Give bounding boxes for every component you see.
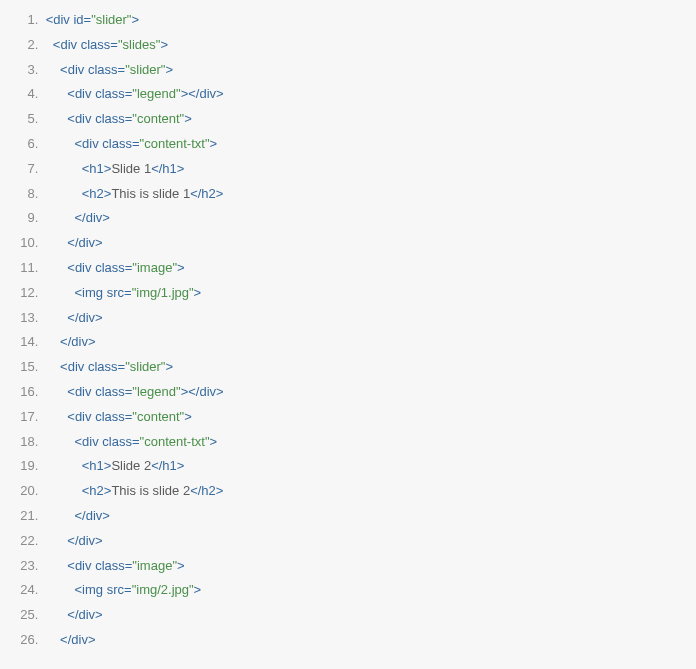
token-str: "slider" (125, 359, 165, 374)
code-line: <div class="image"> (42, 554, 696, 579)
code-line-content: <img src="img/1.jpg"> (42, 285, 201, 300)
token-tag: </div> (67, 310, 102, 325)
token-txt: This is slide 1 (111, 186, 190, 201)
token-tag: </div> (188, 86, 223, 101)
code-line: <h1>Slide 1</h1> (42, 157, 696, 182)
code-line-content: </div> (42, 334, 95, 349)
code-line: </div> (42, 504, 696, 529)
token-tag: > (194, 285, 202, 300)
code-line: <div class="content-txt"> (42, 430, 696, 455)
token-tag: </div> (60, 632, 95, 647)
token-tag: </div> (75, 508, 110, 523)
token-tag: </div> (67, 533, 102, 548)
code-line-content: <div class="image"> (42, 260, 185, 275)
code-line-content: <div class="slider"> (42, 62, 173, 77)
code-line-content: <div class="slider"> (42, 359, 173, 374)
token-tag: <div (67, 86, 91, 101)
token-tag: > (165, 359, 173, 374)
token-tag: <h1> (82, 458, 112, 473)
token-str: "legend" (132, 86, 180, 101)
token-str: "content-txt" (140, 136, 210, 151)
code-line-list: <div id="slider"> <div class="slides"> <… (0, 8, 696, 653)
code-line-content: <div class="image"> (42, 558, 185, 573)
token-tag: <div (46, 12, 70, 27)
token-tag: = (110, 37, 118, 52)
token-tag: <div (75, 434, 99, 449)
code-line-content: </div> (42, 508, 110, 523)
code-line: <div class="legend"></div> (42, 380, 696, 405)
token-attr: class (95, 384, 125, 399)
token-tag: <h2> (82, 483, 112, 498)
token-attr: class (95, 86, 125, 101)
code-line: </div> (42, 231, 696, 256)
token-txt: This is slide 2 (111, 483, 190, 498)
code-line: </div> (42, 330, 696, 355)
token-str: "img/2.jpg" (132, 582, 194, 597)
token-tag: > (210, 136, 218, 151)
token-str: "content-txt" (140, 434, 210, 449)
token-txt: Slide 2 (111, 458, 151, 473)
code-line-content: <div class="legend"></div> (42, 86, 224, 101)
code-line: </div> (42, 603, 696, 628)
token-str: "image" (132, 558, 177, 573)
token-tag: = (124, 582, 132, 597)
token-tag: </h2> (190, 483, 223, 498)
code-line-content: <div class="content"> (42, 111, 192, 126)
token-str: "slider" (91, 12, 131, 27)
code-line-content: <img src="img/2.jpg"> (42, 582, 201, 597)
code-line: <div class="content"> (42, 107, 696, 132)
code-line: <h1>Slide 2</h1> (42, 454, 696, 479)
token-attr: class (102, 434, 132, 449)
code-line: <img src="img/1.jpg"> (42, 281, 696, 306)
token-attr: class (102, 136, 132, 151)
code-line-content: <div class="legend"></div> (42, 384, 224, 399)
code-line-content: </div> (42, 210, 110, 225)
token-tag: <h2> (82, 186, 112, 201)
code-line: <div class="slider"> (42, 355, 696, 380)
code-line: <h2>This is slide 1</h2> (42, 182, 696, 207)
token-tag: > (184, 111, 192, 126)
token-tag: <div (67, 111, 91, 126)
token-tag: > (177, 558, 185, 573)
code-line-content: <h2>This is slide 1</h2> (42, 186, 223, 201)
code-line: <div class="content"> (42, 405, 696, 430)
code-line: <div class="legend"></div> (42, 82, 696, 107)
token-str: "img/1.jpg" (132, 285, 194, 300)
token-str: "slides" (118, 37, 160, 52)
code-line: </div> (42, 206, 696, 231)
code-line-content: <div id="slider"> (42, 12, 139, 27)
token-attr: class (95, 558, 125, 573)
code-block: <div id="slider"> <div class="slides"> <… (0, 0, 696, 661)
token-tag: > (184, 409, 192, 424)
code-line: <h2>This is slide 2</h2> (42, 479, 696, 504)
token-attr: class (88, 359, 118, 374)
token-str: "image" (132, 260, 177, 275)
code-line-content: </div> (42, 533, 103, 548)
token-tag: </h1> (151, 458, 184, 473)
code-line-content: <div class="slides"> (42, 37, 168, 52)
token-tag: <div (67, 384, 91, 399)
code-line: </div> (42, 306, 696, 331)
token-tag: > (165, 62, 173, 77)
token-str: "content" (132, 111, 184, 126)
code-line: <div class="content-txt"> (42, 132, 696, 157)
token-attr: class (95, 409, 125, 424)
token-tag: = (118, 62, 126, 77)
token-str: "content" (132, 409, 184, 424)
token-attr: id (73, 12, 83, 27)
token-tag: <div (67, 409, 91, 424)
token-tag: </div> (75, 210, 110, 225)
token-tag: > (210, 434, 218, 449)
token-tag: <div (60, 62, 84, 77)
code-line-content: <h1>Slide 2</h1> (42, 458, 184, 473)
token-tag: > (177, 260, 185, 275)
token-tag: = (124, 285, 132, 300)
code-line-content: <div class="content-txt"> (42, 136, 217, 151)
code-line-content: <h1>Slide 1</h1> (42, 161, 184, 176)
code-line: <div class="image"> (42, 256, 696, 281)
code-line: <div class="slides"> (42, 33, 696, 58)
code-line: <div id="slider"> (42, 8, 696, 33)
token-attr: src (107, 285, 124, 300)
code-line-content: <div class="content-txt"> (42, 434, 217, 449)
token-tag: </h2> (190, 186, 223, 201)
